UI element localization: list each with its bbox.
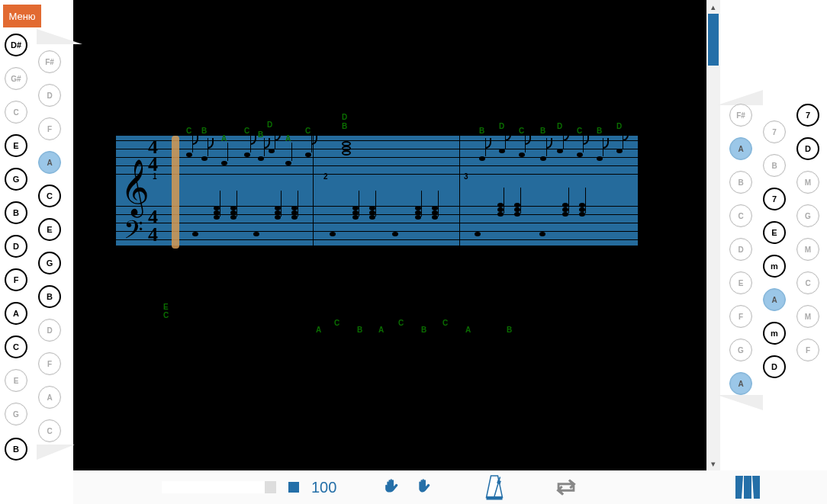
- note-label: D: [499, 122, 504, 130]
- left-key-F0[interactable]: F: [38, 117, 61, 140]
- right-out-M2[interactable]: M: [796, 238, 819, 261]
- loose-note-label: C: [398, 319, 404, 327]
- note-label: B: [201, 127, 207, 135]
- metronome-button[interactable]: [483, 474, 506, 501]
- right-chord-Asel[interactable]: A: [763, 288, 786, 311]
- right-out-M1[interactable]: M: [796, 171, 819, 194]
- left-button-panel: D# F# G# D C F E A G C B E D G F B A D C…: [0, 29, 75, 467]
- staff-system[interactable]: 𝄞 𝄢 4 4 4 4 1 2 3: [115, 135, 639, 246]
- loose-note-label: B: [421, 326, 426, 334]
- note-label: D: [342, 113, 347, 121]
- left-key-G0[interactable]: G: [5, 168, 27, 191]
- note-label: D: [267, 120, 272, 129]
- loose-note-label: A: [378, 326, 384, 334]
- left-key-D2[interactable]: D: [38, 319, 61, 342]
- right-key-E0r[interactable]: E: [729, 271, 752, 294]
- measure-number-2: 2: [323, 172, 328, 181]
- right-out-B[interactable]: B: [763, 154, 786, 177]
- loose-note-label: E: [163, 303, 169, 311]
- score-scrollbar[interactable]: ▴ ▾: [706, 0, 720, 470]
- scroll-thumb[interactable]: [708, 14, 719, 66]
- left-key-Gsharp[interactable]: G#: [5, 67, 27, 90]
- svg-rect-0: [487, 496, 503, 500]
- score-viewport: 𝄞 𝄢 4 4 4 4 1 2 3: [73, 0, 720, 470]
- measure-number-1: 1: [153, 172, 157, 181]
- timesig-bass-den: 4: [148, 226, 158, 243]
- left-key-B0[interactable]: B: [5, 201, 27, 224]
- note-label: B: [258, 130, 263, 139]
- note-label: D: [616, 122, 622, 130]
- view-mode-button[interactable]: [734, 474, 761, 500]
- tempo-indicator: [288, 482, 299, 493]
- left-key-D[interactable]: D: [38, 84, 61, 107]
- left-key-Fsharp[interactable]: F#: [38, 50, 61, 73]
- note-label: C: [577, 127, 582, 135]
- playback-cursor[interactable]: [172, 136, 179, 249]
- right-key-B0r[interactable]: B: [729, 171, 752, 194]
- note-label: B: [342, 122, 347, 130]
- menu-button[interactable]: Меню: [3, 5, 41, 27]
- left-key-A2[interactable]: A: [38, 386, 61, 409]
- right-key-F0r[interactable]: F: [729, 305, 752, 328]
- left-key-E2[interactable]: E: [5, 369, 27, 392]
- app-root: Меню D# F# G# D C F E A G C B E D G F B …: [0, 0, 827, 504]
- loose-note-label: A: [316, 326, 321, 334]
- left-key-G2[interactable]: G: [5, 403, 27, 425]
- left-hand-button[interactable]: [384, 477, 404, 497]
- right-chord-D[interactable]: D: [796, 137, 819, 160]
- left-key-E0[interactable]: E: [5, 134, 27, 157]
- left-key-G1[interactable]: G: [38, 252, 61, 274]
- measure-number-3: 3: [464, 172, 468, 181]
- scroll-down-arrow[interactable]: ▾: [706, 457, 720, 470]
- right-chord-D2[interactable]: D: [763, 355, 786, 378]
- scroll-up-arrow[interactable]: ▴: [706, 0, 720, 14]
- left-key-B2[interactable]: B: [5, 438, 27, 461]
- right-out-C[interactable]: C: [796, 271, 819, 294]
- right-chord-m2[interactable]: m: [763, 322, 786, 345]
- loose-note-label: B: [507, 326, 512, 334]
- right-out-7[interactable]: 7: [763, 120, 786, 143]
- note-label: B: [479, 127, 484, 135]
- right-key-Fsharp[interactable]: F#: [729, 104, 752, 127]
- right-out-G[interactable]: G: [796, 204, 819, 227]
- right-key-C0r[interactable]: C: [729, 204, 752, 227]
- left-key-Dsharp[interactable]: D#: [5, 34, 27, 56]
- right-key-A1r[interactable]: A: [729, 372, 752, 395]
- left-key-A-sel[interactable]: A: [38, 151, 61, 174]
- note-label: A: [285, 134, 291, 143]
- timesig-treble-den: 4: [148, 156, 158, 173]
- loose-note-label: A: [465, 326, 471, 334]
- left-key-A1[interactable]: A: [5, 302, 27, 325]
- tempo-value: 100: [311, 479, 336, 496]
- right-out-F[interactable]: F: [796, 339, 819, 361]
- left-key-C0[interactable]: C: [5, 101, 27, 124]
- right-key-A0[interactable]: A: [729, 137, 752, 160]
- left-key-C1[interactable]: C: [38, 185, 61, 207]
- right-chord-m1[interactable]: m: [763, 255, 786, 278]
- right-key-D0r[interactable]: D: [729, 238, 752, 261]
- note-label: D: [557, 122, 562, 130]
- right-hand-button[interactable]: [416, 477, 436, 497]
- loose-note-label: B: [357, 326, 362, 334]
- right-button-panel: F# A B C D E F G A 7 D 7 E m A m D 7 B G…: [723, 90, 827, 418]
- left-key-F2[interactable]: F: [38, 352, 61, 375]
- treble-clef: 𝄞: [121, 168, 150, 207]
- loop-button[interactable]: [553, 474, 579, 500]
- loose-note-label: C: [334, 319, 339, 327]
- right-chord-E[interactable]: E: [763, 221, 786, 244]
- left-key-C2[interactable]: C: [5, 335, 27, 358]
- left-key-D1[interactable]: D: [5, 235, 27, 258]
- right-chord-7a[interactable]: 7: [796, 104, 819, 127]
- tempo-slider[interactable]: [162, 481, 276, 493]
- whole-note-chord: [342, 142, 349, 156]
- left-key-B1[interactable]: B: [38, 285, 61, 308]
- left-key-C3[interactable]: C: [38, 419, 61, 442]
- right-out-M3[interactable]: M: [796, 305, 819, 328]
- right-chord-7b[interactable]: 7: [763, 188, 786, 210]
- note-label: C: [186, 127, 191, 135]
- left-key-F1[interactable]: F: [5, 268, 27, 291]
- right-key-G0r[interactable]: G: [729, 339, 752, 361]
- bass-clef: 𝄢: [124, 221, 143, 246]
- left-key-E1[interactable]: E: [38, 218, 61, 241]
- bottom-toolbar: 100: [73, 470, 827, 504]
